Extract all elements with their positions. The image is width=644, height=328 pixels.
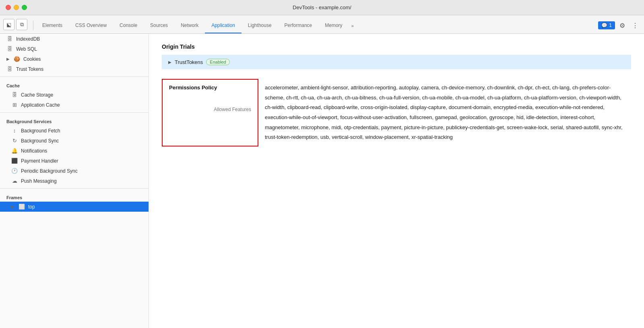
database-icon: 🗄 xyxy=(6,46,13,52)
sidebar-item-periodic-bg-sync[interactable]: 🕐 Periodic Background Sync xyxy=(0,166,149,176)
database-icon: 🗄 xyxy=(6,36,13,42)
enabled-badge: Enabled xyxy=(206,59,229,65)
sidebar-item-trust-tokens[interactable]: 🗄 Trust Tokens xyxy=(0,64,149,74)
tab-bar-right: 💬 1 ⚙ ⋮ xyxy=(598,20,644,33)
tab-divider xyxy=(33,21,33,30)
content-area: Origin Trials ▶ TrustTokens Enabled Perm… xyxy=(149,34,644,328)
more-options-icon[interactable]: ⋮ xyxy=(630,20,641,31)
tab-lighthouse[interactable]: Lighthouse xyxy=(242,18,278,33)
sidebar-item-background-fetch[interactable]: ↕ Background Fetch xyxy=(0,126,149,136)
maximize-button[interactable] xyxy=(22,5,27,10)
sidebar: 🗄 IndexedDB 🗄 Web SQL ▶ 🍪 Cookies 🗄 Trus… xyxy=(0,34,149,328)
clock-icon: 🕐 xyxy=(11,168,18,174)
sidebar-item-indexed-db[interactable]: 🗄 IndexedDB xyxy=(0,34,149,44)
tab-overflow[interactable]: » xyxy=(349,18,356,33)
origin-trials-title: Origin Trials xyxy=(162,43,631,50)
trust-tokens-row[interactable]: ▶ TrustTokens Enabled xyxy=(162,55,631,69)
background-services-label: Background Services xyxy=(0,115,149,126)
grid-icon: ⊞ xyxy=(11,102,18,108)
sidebar-separator-2 xyxy=(0,112,149,113)
tab-application[interactable]: Application xyxy=(205,18,242,33)
tab-css-overview[interactable]: CSS Overview xyxy=(69,18,113,33)
tab-network[interactable]: Network xyxy=(174,18,205,33)
settings-icon[interactable]: ⚙ xyxy=(617,20,628,31)
allowed-features-value: accelerometer, ambient-light-sensor, att… xyxy=(258,79,631,146)
tab-icons: ⬕ ⧉ xyxy=(3,19,27,33)
arrow-icon: ▶ xyxy=(11,204,14,209)
sidebar-item-push-messaging[interactable]: ☁ Push Messaging xyxy=(0,176,149,186)
tab-bar: ⬕ ⧉ Elements CSS Overview Console Source… xyxy=(0,15,644,34)
cursor-icon[interactable]: ⬕ xyxy=(3,19,14,30)
close-button[interactable] xyxy=(6,5,11,10)
window-title: DevTools - example.com/ xyxy=(293,4,351,10)
allowed-features-label: Allowed Features xyxy=(214,107,251,112)
minimize-button[interactable] xyxy=(14,5,19,10)
tab-sources[interactable]: Sources xyxy=(144,18,174,33)
permissions-policy-title: Permissions Policy xyxy=(169,85,251,91)
arrow-icon: ▶ xyxy=(6,57,10,61)
sidebar-item-notifications[interactable]: 🔔 Notifications xyxy=(0,146,149,156)
chat-badge-button[interactable]: 💬 1 xyxy=(598,21,615,29)
tab-console[interactable]: Console xyxy=(113,18,144,33)
tab-memory[interactable]: Memory xyxy=(318,18,349,33)
sidebar-item-cache-storage[interactable]: 🗄 Cache Storage xyxy=(0,90,149,100)
traffic-lights xyxy=(6,5,27,10)
device-icon[interactable]: ⧉ xyxy=(16,19,27,30)
cloud-icon: ☁ xyxy=(11,178,18,184)
sidebar-item-background-sync[interactable]: ↻ Background Sync xyxy=(0,136,149,146)
permissions-label-box: Permissions Policy Allowed Features xyxy=(162,79,258,146)
tab-performance[interactable]: Performance xyxy=(278,18,319,33)
main-layout: 🗄 IndexedDB 🗄 Web SQL ▶ 🍪 Cookies 🗄 Trus… xyxy=(0,34,644,328)
database-icon: 🗄 xyxy=(11,92,18,98)
bell-icon: 🔔 xyxy=(11,148,18,154)
frame-icon: ⬜ xyxy=(19,204,25,210)
sidebar-item-cookies[interactable]: ▶ 🍪 Cookies xyxy=(0,54,149,64)
chat-icon: 💬 xyxy=(601,23,607,28)
permissions-table: Permissions Policy Allowed Features acce… xyxy=(162,79,631,146)
sidebar-separator-3 xyxy=(0,188,149,189)
frames-label: Frames xyxy=(0,191,149,202)
trust-tokens-label: TrustTokens xyxy=(175,59,203,65)
sidebar-separator xyxy=(0,76,149,77)
sidebar-item-payment-handler[interactable]: ⬛ Payment Handler xyxy=(0,156,149,166)
title-bar: DevTools - example.com/ xyxy=(0,0,644,15)
sidebar-item-top[interactable]: ▶ ⬜ top xyxy=(0,202,149,212)
permissions-policy-section: Permissions Policy Allowed Features acce… xyxy=(162,79,631,146)
fetch-icon: ↕ xyxy=(11,128,18,134)
sidebar-item-application-cache[interactable]: ⊞ Application Cache xyxy=(0,100,149,110)
expand-arrow-icon: ▶ xyxy=(168,60,171,64)
payment-icon: ⬛ xyxy=(11,158,18,164)
database-icon: 🗄 xyxy=(6,66,13,72)
tab-elements[interactable]: Elements xyxy=(36,18,69,33)
cookies-icon: 🍪 xyxy=(14,56,20,62)
sync-icon: ↻ xyxy=(11,138,18,144)
cache-section-label: Cache xyxy=(0,79,149,90)
badge-count: 1 xyxy=(609,23,612,28)
sidebar-item-web-sql[interactable]: 🗄 Web SQL xyxy=(0,44,149,54)
